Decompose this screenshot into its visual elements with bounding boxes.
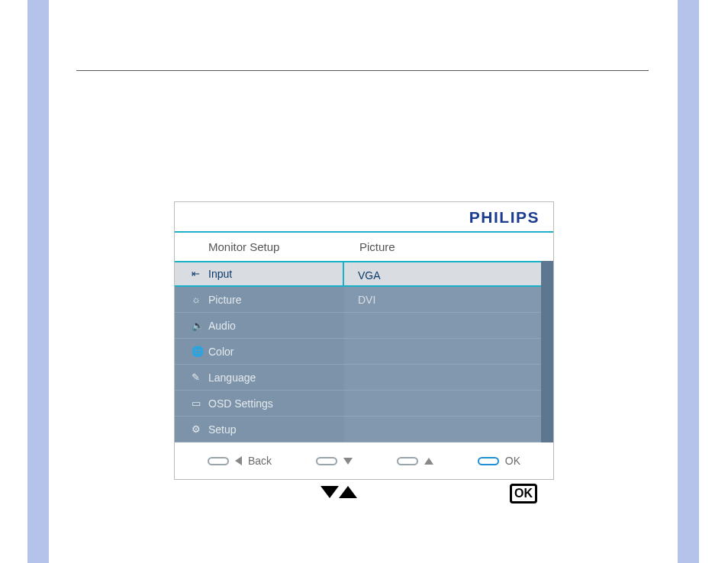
sub-item-label: DVI [358, 294, 375, 306]
sub-item-empty [344, 339, 553, 365]
sub-item-dvi[interactable]: DVI [344, 287, 553, 313]
page-side-right [678, 0, 699, 563]
language-icon: ✎ [192, 365, 208, 391]
oval-icon [478, 457, 499, 465]
arrow-down-icon [343, 458, 353, 465]
col-title-left: Monitor Setup [175, 240, 347, 253]
sun-icon: ☼ [192, 287, 208, 313]
sub-item-empty [344, 313, 553, 339]
menu-item-label: Picture [208, 287, 242, 313]
menu-item-language[interactable]: ✎ Language [175, 365, 344, 391]
arrow-left-icon [235, 456, 242, 465]
sub-item-vga[interactable]: VGA [344, 261, 553, 287]
menu-item-picture[interactable]: ☼ Picture [175, 287, 344, 313]
up-button[interactable] [397, 457, 433, 465]
sub-item-label: VGA [358, 269, 381, 282]
menu-item-color[interactable]: 🌐 Color [175, 339, 344, 365]
speaker-icon: 🔈 [192, 313, 208, 339]
menu-item-label: Color [208, 339, 234, 365]
osd-column-titles: Monitor Setup Picture [175, 233, 553, 261]
oval-icon [397, 457, 418, 465]
oval-icon [316, 457, 337, 465]
menu-item-setup[interactable]: ⚙ Setup [175, 417, 344, 442]
page-side-left [27, 0, 49, 563]
updown-arrows-icon [321, 486, 357, 501]
ok-button[interactable]: OK [478, 455, 520, 467]
menu-item-input[interactable]: ⇤ Input [175, 261, 344, 287]
brand-label: PHILIPS [175, 202, 553, 227]
down-button[interactable] [316, 457, 353, 465]
sub-menu-column: VGA DVI [344, 261, 553, 442]
screen-icon: ▭ [192, 391, 208, 417]
menu-item-label: Setup [208, 417, 237, 442]
horizontal-divider [76, 70, 649, 71]
menu-item-label: Audio [208, 313, 236, 339]
ok-box-icon: OK [510, 484, 537, 503]
menu-item-label: Input [208, 261, 232, 287]
osd-window: PHILIPS Monitor Setup Picture ⇤ Input ☼ … [174, 201, 554, 480]
input-icon: ⇤ [192, 261, 208, 287]
instruction-icons: OK [321, 484, 537, 503]
gear-icon: ⚙ [192, 417, 208, 442]
menu-item-label: Language [208, 365, 256, 391]
back-button[interactable]: Back [208, 455, 272, 467]
arrow-down-icon [321, 486, 339, 498]
col-title-right: Picture [347, 240, 553, 253]
arrow-up-icon [339, 486, 357, 498]
ok-label: OK [505, 455, 520, 467]
main-menu-column: ⇤ Input ☼ Picture 🔈 Audio 🌐 Color ✎ Lang… [175, 261, 344, 442]
oval-icon [208, 457, 229, 465]
sub-item-empty [344, 391, 553, 417]
menu-item-label: OSD Settings [208, 391, 273, 417]
osd-footer: Back OK [175, 442, 553, 479]
menu-item-audio[interactable]: 🔈 Audio [175, 313, 344, 339]
sub-item-empty [344, 365, 553, 391]
back-label: Back [248, 455, 272, 467]
osd-body: ⇤ Input ☼ Picture 🔈 Audio 🌐 Color ✎ Lang… [175, 261, 553, 442]
right-edge-shade [541, 261, 553, 442]
globe-icon: 🌐 [192, 339, 208, 365]
arrow-up-icon [424, 458, 433, 465]
sub-item-empty [344, 417, 553, 442]
menu-item-osd-settings[interactable]: ▭ OSD Settings [175, 391, 344, 417]
